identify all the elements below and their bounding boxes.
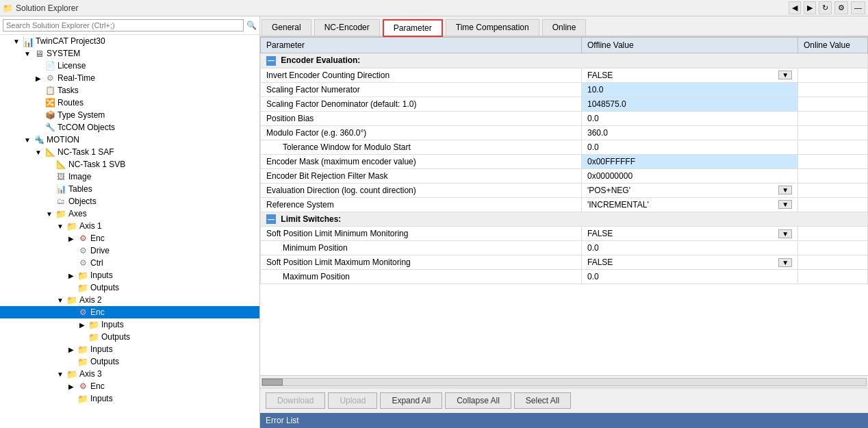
- expand-arrow[interactable]: ▼: [44, 210, 55, 218]
- tree-item-outputs1[interactable]: ▶ 📁 Outputs: [0, 281, 259, 294]
- tree-item-outputs2b[interactable]: ▶ 📁 Outputs: [0, 355, 259, 368]
- group-toggle[interactable]: —: [266, 214, 276, 224]
- tree-item-nctask1saf[interactable]: ▼ 📐 NC-Task 1 SAF: [0, 146, 259, 158]
- tree-item-license[interactable]: ▶ 📄 License: [0, 60, 259, 72]
- enc1-icon: ⚙: [77, 234, 89, 243]
- tab-general[interactable]: General: [261, 19, 311, 36]
- expand-arrow[interactable]: ▼: [55, 370, 66, 378]
- upload-button[interactable]: Upload: [328, 392, 377, 409]
- tree-item-typesystem[interactable]: ▶ 📦 Type System: [0, 109, 259, 121]
- online-value-cell: [798, 227, 868, 241]
- tab-parameter[interactable]: Parameter: [383, 19, 443, 37]
- value-text: FALSE: [587, 229, 613, 238]
- tree-item-ctrl1[interactable]: ▶ ⚙ Ctrl: [0, 257, 259, 269]
- dropdown-arrow[interactable]: ▼: [778, 258, 792, 267]
- tree-item-nctask1svb[interactable]: ▶ 📐 NC-Task 1 SVB: [0, 158, 259, 171]
- tree-item-drive1[interactable]: ▶ ⚙ Drive: [0, 244, 259, 257]
- tree-item-realtime[interactable]: ▶ ⚙ Real-Time: [0, 72, 259, 84]
- tree-item-tables[interactable]: ▶ 📊 Tables: [0, 183, 259, 195]
- expand-arrow[interactable]: ▼: [11, 38, 22, 45]
- horizontal-scrollbar[interactable]: [260, 375, 868, 388]
- dropdown-arrow[interactable]: ▼: [778, 200, 792, 209]
- tree-item-inputs3[interactable]: ▶ 📁 Inputs: [0, 392, 259, 405]
- image-icon: 🖼: [55, 172, 67, 181]
- online-value-cell: [798, 97, 868, 111]
- expand-arrow[interactable]: ▶: [66, 235, 77, 242]
- tree-label-axis3: Axis 3: [78, 369, 102, 379]
- tree-item-routes[interactable]: ▶ 🔀 Routes: [0, 97, 259, 109]
- value-cell[interactable]: FALSE▼: [581, 68, 797, 82]
- minimize-icon[interactable]: —: [851, 1, 865, 14]
- expand-arrow[interactable]: ▼: [22, 136, 33, 144]
- value-cell: 0x00000000: [581, 168, 797, 183]
- tree-item-objects[interactable]: ▶ 🗂 Objects: [0, 195, 259, 207]
- tree-item-inputs1[interactable]: ▶ 📁 Inputs: [0, 269, 259, 281]
- tree-label-axes: Axes: [67, 209, 87, 218]
- refresh-icon[interactable]: ↻: [819, 1, 832, 14]
- nav-back-icon[interactable]: ◀: [789, 1, 801, 14]
- search-icon[interactable]: 🔍: [246, 21, 257, 30]
- tab-online[interactable]: Online: [542, 19, 587, 36]
- dropdown-arrow[interactable]: ▼: [778, 229, 792, 238]
- expand-all-button[interactable]: Expand All: [380, 392, 442, 409]
- value-cell[interactable]: FALSE▼: [581, 255, 797, 270]
- tree-item-axis1[interactable]: ▼ 📁 Axis 1: [0, 220, 259, 232]
- value-cell: 0.0: [581, 140, 797, 154]
- expand-arrow[interactable]: ▼: [33, 149, 44, 156]
- expand-arrow[interactable]: ▶: [77, 321, 88, 329]
- tree-item-axes[interactable]: ▼ 📁 Axes: [0, 207, 259, 220]
- table-row: Encoder Bit Rejection Filter Mask0x00000…: [261, 168, 868, 183]
- download-button[interactable]: Download: [266, 392, 325, 409]
- tree-item-image[interactable]: ▶ 🖼 Image: [0, 171, 259, 183]
- tree-item-axis2[interactable]: ▼ 📁 Axis 2: [0, 294, 259, 306]
- value-text: FALSE: [587, 257, 613, 267]
- nav-forward-icon[interactable]: ▶: [804, 1, 816, 14]
- collapse-all-button[interactable]: Collapse All: [445, 392, 511, 409]
- table-row: Encoder Mask (maximum encoder value)0x00…: [261, 154, 868, 168]
- search-input[interactable]: [3, 19, 244, 32]
- expand-arrow[interactable]: ▼: [55, 223, 66, 230]
- tree-label-license: License: [56, 61, 86, 71]
- expand-arrow[interactable]: ▶: [33, 75, 44, 82]
- online-value-cell: [798, 255, 868, 270]
- expand-arrow[interactable]: ▼: [55, 297, 66, 304]
- scrollbar-track[interactable]: [261, 378, 867, 386]
- tree-item-outputs2[interactable]: ▶ 📁 Outputs: [0, 331, 259, 343]
- tree-item-enc3[interactable]: ▶ ⚙ Enc: [0, 380, 259, 392]
- tree-item-tccom[interactable]: ▶ 🔧 TcCOM Objects: [0, 121, 259, 134]
- tree-label-outputs2b: Outputs: [89, 357, 119, 366]
- param-cell: Invert Encoder Counting Direction: [261, 68, 582, 82]
- value-cell[interactable]: FALSE▼: [581, 227, 797, 241]
- tree-item-enc1[interactable]: ▶ ⚙ Enc: [0, 232, 259, 244]
- tables-icon: 📊: [55, 184, 67, 194]
- expand-arrow[interactable]: ▶: [66, 346, 77, 353]
- tab-time-compensation[interactable]: Time Compensation: [446, 19, 539, 36]
- tree-item-enc2[interactable]: ▶ ⚙ Enc: [0, 306, 259, 318]
- settings-icon[interactable]: ⚙: [834, 1, 848, 14]
- tree-label-system: SYSTEM: [45, 49, 80, 58]
- tree-label-inputs2b: Inputs: [89, 344, 113, 354]
- online-value-cell: [798, 82, 868, 97]
- tree-item-inputs2b[interactable]: ▶ 📁 Inputs: [0, 343, 259, 355]
- right-panel: General NC-Encoder Parameter Time Compen…: [260, 16, 868, 428]
- expand-arrow[interactable]: ▼: [22, 50, 33, 58]
- expand-arrow[interactable]: ▶: [66, 272, 77, 279]
- tree-item-inputs2[interactable]: ▶ 📁 Inputs: [0, 318, 259, 331]
- table-row: Modulo Factor (e.g. 360.0°)360.0: [261, 125, 868, 140]
- scrollbar-thumb[interactable]: [262, 379, 283, 386]
- expand-arrow[interactable]: ▶: [66, 383, 77, 390]
- tree-item-system[interactable]: ▼ 🖥 SYSTEM: [0, 47, 259, 60]
- select-all-button[interactable]: Select All: [514, 392, 571, 409]
- tree-item-project[interactable]: ▼ 📊 TwinCAT Project30: [0, 35, 259, 47]
- value-cell[interactable]: 'INCREMENTAL'▼: [581, 197, 797, 212]
- tab-nc-encoder[interactable]: NC-Encoder: [314, 19, 380, 36]
- tree-item-tasks[interactable]: ▶ 📋 Tasks: [0, 84, 259, 97]
- value-cell[interactable]: 'POS+NEG'▼: [581, 183, 797, 197]
- group-toggle[interactable]: —: [266, 56, 276, 66]
- realtime-icon: ⚙: [44, 73, 56, 83]
- param-cell: Maximum Position: [261, 270, 582, 284]
- tree-item-axis3[interactable]: ▼ 📁 Axis 3: [0, 368, 259, 380]
- tree-item-motion[interactable]: ▼ 🔩 MOTION: [0, 134, 259, 146]
- dropdown-arrow[interactable]: ▼: [778, 186, 792, 194]
- dropdown-arrow[interactable]: ▼: [778, 71, 792, 79]
